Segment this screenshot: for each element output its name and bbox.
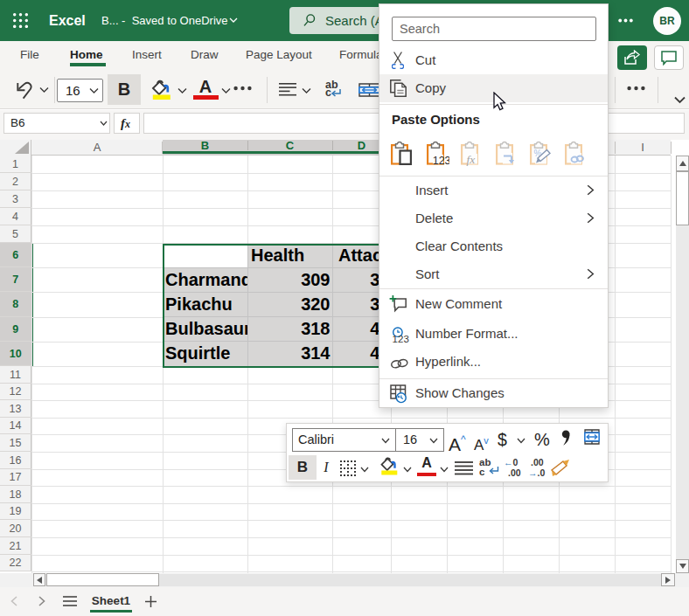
svg-text:123: 123 <box>393 334 409 343</box>
svg-text:123: 123 <box>432 155 449 166</box>
svg-text:fx: fx <box>467 153 476 166</box>
